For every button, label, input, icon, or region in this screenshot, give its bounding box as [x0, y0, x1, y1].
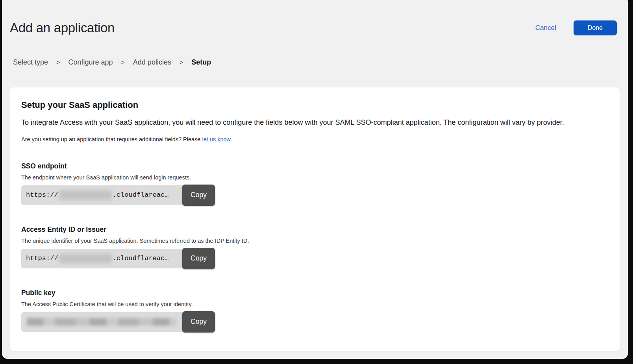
sso-endpoint-copy-button[interactable]: Copy — [182, 185, 215, 206]
breadcrumb-step-select-type[interactable]: Select type — [13, 58, 48, 67]
setup-card: Setup your SaaS application To integrate… — [10, 87, 620, 352]
card-note: Are you setting up an application that r… — [21, 136, 608, 142]
field-label: Public key — [21, 289, 608, 297]
public-key-value — [21, 312, 183, 332]
field-description: The unique identifier of your SaaS appli… — [21, 238, 608, 244]
field-description: The Access Public Certificate that will … — [21, 301, 608, 307]
value-prefix: https:// — [26, 191, 58, 199]
field-label: Access Entity ID or Issuer — [21, 225, 608, 234]
cancel-button[interactable]: Cancel — [535, 24, 556, 32]
field-label: SSO endpoint — [21, 162, 608, 170]
breadcrumb: Select type > Configure app > Add polici… — [13, 58, 628, 67]
let-us-know-link[interactable]: let us know. — [202, 136, 232, 142]
header-actions: Cancel Done — [535, 20, 617, 35]
field-access-entity-id: Access Entity ID or Issuer The unique id… — [21, 225, 608, 269]
done-button[interactable]: Done — [574, 20, 617, 35]
redacted-text-blur — [27, 318, 176, 326]
card-heading: Setup your SaaS application — [21, 100, 608, 110]
breadcrumb-step-setup[interactable]: Setup — [191, 58, 211, 67]
app-window: Add an application Cancel Done Select ty… — [2, 0, 628, 359]
access-entity-id-value-row: https:// .cloudflareac… Copy — [21, 248, 215, 269]
breadcrumb-separator: > — [180, 59, 183, 66]
value-suffix: .cloudflareac… — [113, 255, 169, 262]
breadcrumb-step-add-policies[interactable]: Add policies — [133, 58, 171, 67]
access-entity-id-copy-button[interactable]: Copy — [182, 248, 215, 269]
breadcrumb-separator: > — [121, 59, 125, 66]
card-note-text: Are you setting up an application that r… — [21, 136, 202, 142]
field-sso-endpoint: SSO endpoint The endpoint where your Saa… — [21, 162, 608, 206]
field-public-key: Public key The Access Public Certificate… — [21, 289, 608, 333]
field-description: The endpoint where your SaaS application… — [21, 174, 608, 181]
page-header: Add an application Cancel Done — [2, 0, 628, 35]
public-key-value-row: Copy — [21, 311, 215, 333]
card-intro: To integrate Access with your SaaS appli… — [21, 118, 608, 127]
sso-endpoint-value: https:// .cloudflareac… — [21, 185, 183, 205]
breadcrumb-step-configure-app[interactable]: Configure app — [68, 58, 113, 67]
sso-endpoint-value-row: https:// .cloudflareac… Copy — [21, 185, 215, 206]
public-key-copy-button[interactable]: Copy — [182, 311, 215, 333]
value-prefix: https:// — [26, 255, 58, 262]
access-entity-id-value: https:// .cloudflareac… — [21, 249, 183, 268]
breadcrumb-separator: > — [56, 59, 60, 66]
page-title: Add an application — [10, 20, 115, 35]
value-suffix: .cloudflareac… — [113, 191, 169, 199]
redacted-text-blur — [59, 190, 112, 200]
redacted-text-blur — [59, 254, 112, 263]
